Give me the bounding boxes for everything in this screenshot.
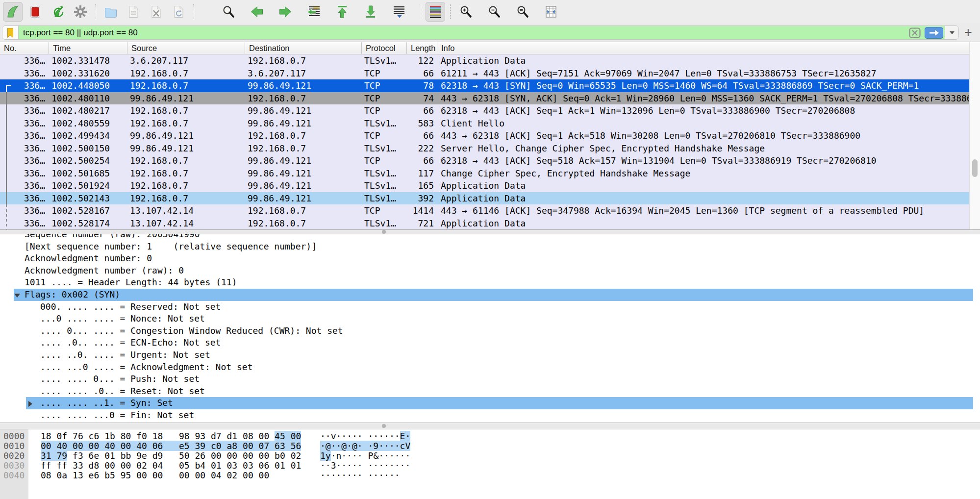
packet-row[interactable]: 336…1002.501685192.168.0.799.86.49.121TL…	[0, 167, 969, 180]
detail-line[interactable]: .... .... 0... = Push: Not set	[0, 373, 980, 385]
packet-info: Application Data	[437, 55, 969, 66]
zoom-out-button[interactable]	[484, 2, 504, 22]
column-header-no[interactable]: No.	[0, 42, 49, 54]
packet-row[interactable]: 336…1002.3314783.6.207.117192.168.0.7TLS…	[0, 54, 969, 67]
detail-line[interactable]: .... 0... .... = Congestion Window Reduc…	[0, 325, 980, 337]
packet-proto: TLSv1…	[362, 180, 407, 191]
packet-time: 1002.500150	[49, 143, 127, 153]
detail-line[interactable]: .... .... ...0 = Fin: Not set	[0, 409, 980, 422]
expander-down-icon[interactable]	[14, 294, 20, 298]
save-file-button[interactable]	[124, 2, 143, 22]
detail-text: .... .... 0... = Push: Not set	[40, 373, 200, 385]
detail-line[interactable]: Acknowledgment number: 0	[0, 252, 980, 265]
packet-src: 192.168.0.7	[127, 105, 245, 116]
detail-text: .... .... ...0 = Fin: Not set	[40, 409, 194, 422]
packet-row[interactable]: 336…1002.50015099.86.49.121192.168.0.7TL…	[0, 142, 969, 155]
hex-row[interactable]: 001000 40 00 00 40 00 40 06 e5 39 c0 a8 …	[0, 441, 980, 451]
detail-line[interactable]: .... .0.. .... = ECN-Echo: Not set	[0, 337, 980, 349]
column-header-time[interactable]: Time	[49, 42, 127, 54]
go-to-first-button[interactable]	[332, 2, 352, 22]
packet-info: 62318 → 443 [ACK] Seq=518 Ack=157 Win=13…	[437, 155, 969, 166]
packet-no: 336…	[0, 205, 49, 216]
packet-row[interactable]: 336…1002.49943499.86.49.121192.168.0.7TC…	[0, 129, 969, 142]
detail-line[interactable]: .... .... .0.. = Reset: Not set	[0, 385, 980, 398]
packet-row[interactable]: 336…1002.448050192.168.0.799.86.49.121TC…	[0, 79, 969, 92]
resize-columns-button[interactable]	[541, 2, 561, 22]
filter-clear-button[interactable]	[906, 26, 923, 39]
detail-line[interactable]: .... ...0 .... = Acknowledgment: Not set	[0, 361, 980, 374]
detail-line[interactable]: .... ..0. .... = Urgent: Not set	[0, 349, 980, 361]
packet-len: 122	[407, 55, 437, 66]
filter-add-button[interactable]: +	[961, 25, 975, 40]
filter-expression: tcp.port == 80 || udp.port == 80	[19, 28, 138, 38]
detail-line[interactable]: Sequence number (raw): 2005041990	[0, 234, 980, 241]
colorize-button[interactable]	[426, 2, 445, 22]
packet-src: 192.168.0.7	[127, 68, 245, 78]
find-packet-button[interactable]	[219, 2, 238, 22]
packet-row[interactable]: 336…1002.480217192.168.0.799.86.49.121TC…	[0, 104, 969, 117]
detail-line[interactable]: .... .... ..1. = Syn: Set	[0, 397, 980, 409]
arrow-left-icon	[250, 4, 264, 19]
go-back-button[interactable]	[247, 2, 267, 22]
detail-line[interactable]: Acknowledgment number (raw): 0	[0, 265, 980, 277]
detail-line[interactable]: ...0 .... .... = Nonce: Not set	[0, 313, 980, 325]
start-capture-button[interactable]	[3, 2, 23, 22]
display-filter-input[interactable]: tcp.port == 80 || udp.port == 80	[2, 25, 959, 40]
go-to-last-button[interactable]	[361, 2, 380, 22]
packet-row[interactable]: 336…1002.52816713.107.42.14192.168.0.7TC…	[0, 204, 969, 217]
detail-line[interactable]: [Next sequence number: 1 (relative seque…	[0, 241, 980, 253]
packet-row[interactable]: 336…1002.501924192.168.0.799.86.49.121TL…	[0, 179, 969, 192]
packet-row[interactable]: 336…1002.52817413.107.42.14192.168.0.7TL…	[0, 217, 969, 230]
detail-line[interactable]: Flags: 0x002 (SYN)	[0, 289, 980, 301]
packet-len: 583	[407, 118, 437, 128]
packet-dst: 99.86.49.121	[245, 180, 362, 191]
pane-splitter[interactable]	[0, 423, 980, 429]
go-to-packet-icon	[306, 4, 321, 19]
reload-file-button[interactable]	[169, 2, 188, 22]
zoom-reset-button[interactable]	[513, 2, 532, 22]
open-file-button[interactable]	[101, 2, 121, 22]
go-to-packet-button[interactable]	[304, 2, 324, 22]
packet-row[interactable]: 336…1002.480559192.168.0.799.86.49.121TL…	[0, 117, 969, 130]
packet-len: 222	[407, 143, 437, 153]
pane-splitter[interactable]	[0, 229, 980, 234]
packet-len: 117	[407, 168, 437, 178]
packet-list-scrollbar[interactable]	[969, 42, 980, 229]
filter-history-dropdown[interactable]	[945, 26, 958, 39]
scrollbar-thumb[interactable]	[972, 159, 978, 177]
filter-apply-button[interactable]	[923, 26, 945, 39]
filter-text-area[interactable]: tcp.port == 80 || udp.port == 80	[19, 26, 906, 39]
hex-row[interactable]: 000018 0f 76 c6 1b 80 f0 18 98 93 d7 d1 …	[0, 431, 980, 441]
column-header-len[interactable]: Length	[407, 42, 437, 54]
packet-row[interactable]: 336…1002.500254192.168.0.799.86.49.121TC…	[0, 154, 969, 167]
packet-bytes-pane: 000018 0f 76 c6 1b 80 f0 18 98 93 d7 d1 …	[0, 429, 980, 499]
column-header-proto[interactable]: Protocol	[362, 42, 407, 54]
go-forward-button[interactable]	[276, 2, 295, 22]
toolbar-separator	[95, 4, 96, 19]
detail-line[interactable]: 1011 .... = Header Length: 44 bytes (11)	[0, 276, 980, 289]
packet-info: Application Data	[437, 193, 969, 203]
zoom-in-button[interactable]	[456, 2, 476, 22]
close-file-button[interactable]	[146, 2, 166, 22]
column-header-dst[interactable]: Destination	[245, 42, 362, 54]
expander-right-icon[interactable]	[28, 401, 32, 407]
hex-offset: 0030	[3, 461, 25, 471]
detail-line[interactable]: 000. .... .... = Reserved: Not set	[0, 301, 980, 313]
hex-row[interactable]: 004008 0a 13 e6 b5 95 00 00 00 00 04 02 …	[0, 471, 980, 480]
filter-bookmark-button[interactable]	[2, 26, 19, 39]
column-header-info[interactable]: Info	[437, 42, 980, 54]
column-header-src[interactable]: Source	[127, 42, 245, 54]
packet-row[interactable]: 336…1002.331620192.168.0.73.6.207.117TCP…	[0, 67, 969, 80]
packet-no: 336…	[0, 105, 49, 116]
hex-row[interactable]: 0030ff ff 33 d8 00 00 02 04 05 b4 01 03 …	[0, 461, 980, 471]
stop-capture-button[interactable]	[25, 2, 45, 22]
hex-row[interactable]: 002031 79 f3 6e 01 bb 9e d9 50 26 00 00 …	[0, 451, 980, 461]
packet-no: 336…	[0, 55, 49, 66]
packet-row[interactable]: 336…1002.502143192.168.0.799.86.49.121TL…	[0, 192, 969, 205]
restart-capture-button[interactable]	[48, 2, 68, 22]
packet-time: 1002.331478	[49, 55, 127, 66]
detail-text: Sequence number (raw): 2005041990	[25, 234, 200, 241]
capture-options-button[interactable]	[71, 2, 90, 22]
packet-row[interactable]: 336…1002.48011099.86.49.121192.168.0.7TC…	[0, 92, 969, 105]
auto-scroll-button[interactable]	[389, 2, 409, 22]
